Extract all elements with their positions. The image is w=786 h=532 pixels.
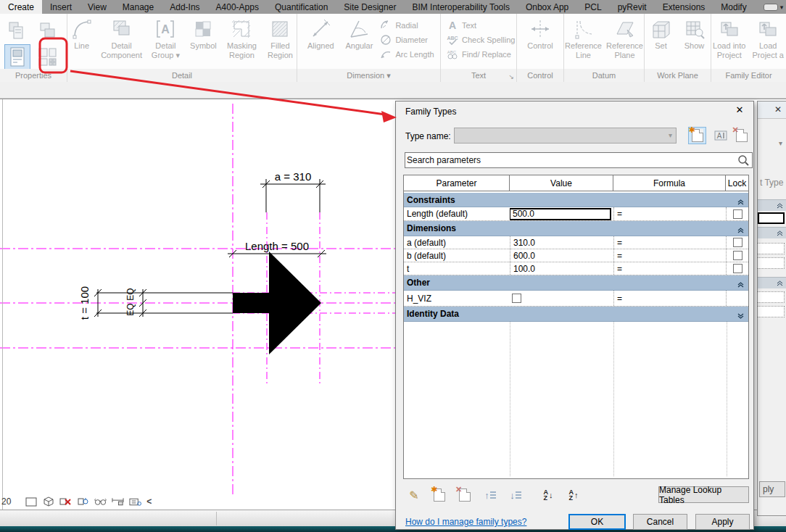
sort-descending-button[interactable]: AZ↑ <box>566 487 582 503</box>
param-row-b[interactable]: b (default) 600.0 = <box>404 249 748 262</box>
cancel-button[interactable]: Cancel <box>633 514 687 530</box>
scale-button[interactable] <box>25 496 37 507</box>
rename-type-button[interactable]: A <box>711 127 729 144</box>
param-row-t[interactable]: t 100.0 = <box>404 262 748 275</box>
tab-extensions[interactable]: Extensions <box>655 0 713 14</box>
lock-checkbox[interactable] <box>733 238 742 247</box>
palette-group-row[interactable] <box>758 277 786 288</box>
chevron-up-icon[interactable] <box>737 225 744 236</box>
param-row-a[interactable]: a (default) 310.0 = <box>404 236 748 249</box>
search-icon[interactable] <box>737 154 750 167</box>
reveal-hidden-elements-button[interactable] <box>94 496 107 507</box>
reference-plane-button[interactable]: Reference Plane <box>605 17 644 59</box>
set-work-plane-button[interactable]: Set <box>646 17 677 51</box>
sort-ascending-button[interactable]: AZ↓ <box>540 487 556 503</box>
tab-view[interactable]: View <box>80 0 115 14</box>
search-input[interactable] <box>407 154 733 167</box>
tab-bim-interoperability-tools[interactable]: BIM Interoperability Tools <box>404 0 518 14</box>
palette-value-box[interactable] <box>758 243 785 254</box>
edit-parameter-button[interactable]: ✎ <box>406 487 422 503</box>
tab-quantification[interactable]: Quantification <box>267 0 336 14</box>
tab-a400-apps[interactable]: A400-Apps <box>208 0 267 14</box>
length-value-input[interactable]: 500.0 <box>510 208 611 220</box>
view-scale-label[interactable]: 20 <box>1 496 11 507</box>
viewbar-collapse-chevron[interactable]: < <box>146 496 152 507</box>
manage-lookup-tables-button[interactable]: Manage Lookup Tables <box>658 486 749 503</box>
group-row-other[interactable]: Other <box>404 275 748 291</box>
move-parameter-up-button[interactable]: ↑ <box>482 487 498 503</box>
lock-checkbox[interactable] <box>733 251 742 260</box>
param-formula[interactable]: = <box>613 236 726 249</box>
palette-value-box[interactable] <box>758 291 785 303</box>
dialog-title-bar[interactable]: Family Types <box>396 101 753 121</box>
tab-site-designer[interactable]: Site Designer <box>336 0 404 14</box>
load-into-project-button[interactable]: Load into Project <box>711 17 748 59</box>
detail-group-button[interactable]: A Detail Group ▾ <box>147 17 184 59</box>
apply-button[interactable]: Apply <box>695 514 750 530</box>
dimension-eq[interactable]: EQ EQ <box>125 288 146 317</box>
control-button[interactable]: Control <box>521 17 560 51</box>
group-row-dimensions[interactable]: Dimensions <box>404 221 748 236</box>
find-replace-button[interactable]: ABC Find/ Replace <box>447 49 515 60</box>
lock-checkbox[interactable] <box>733 209 742 219</box>
close-icon[interactable]: ✕ <box>732 104 748 117</box>
param-row-length[interactable]: Length (default) 500.0 = <box>404 207 748 221</box>
visual-style-button[interactable] <box>42 496 54 507</box>
delete-type-button[interactable]: ✕ <box>732 127 750 144</box>
aligned-dimension-button[interactable]: Aligned <box>303 17 338 51</box>
angular-dimension-button[interactable]: Angular <box>341 17 377 51</box>
filled-region-button[interactable]: Filled Region <box>264 17 297 59</box>
text-dialog-launcher-icon[interactable]: ↘ <box>508 73 514 80</box>
help-link[interactable]: How do I manage family types? <box>405 517 526 527</box>
tab-pcl[interactable]: PCL <box>576 0 609 14</box>
text-button[interactable]: A Text <box>447 20 515 31</box>
chevron-down-icon[interactable]: ▾ <box>779 139 782 147</box>
chevron-up-icon[interactable] <box>737 280 744 290</box>
tab-manage[interactable]: Manage <box>115 0 162 14</box>
tab-insert[interactable]: Insert <box>42 0 80 14</box>
properties-toggle-button[interactable] <box>4 44 30 70</box>
family-category-button[interactable] <box>35 17 61 43</box>
detail-component-button[interactable]: Detail Component <box>99 17 144 59</box>
column-header-lock[interactable]: Lock <box>726 175 748 191</box>
param-formula[interactable]: = <box>613 207 726 220</box>
lock-checkbox[interactable] <box>733 264 742 273</box>
tab-add-ins[interactable]: Add-Ins <box>162 0 207 14</box>
new-type-button[interactable]: ✱ <box>688 127 706 144</box>
dimension-a[interactable]: a = 310 <box>260 170 326 212</box>
tab-create[interactable]: Create <box>0 0 42 14</box>
new-parameter-button[interactable]: ✱ <box>431 487 447 503</box>
param-formula[interactable]: = <box>613 262 726 275</box>
panel-label-dimension[interactable]: Dimension▾ <box>297 69 440 82</box>
tab-modify[interactable]: Modify <box>713 0 754 14</box>
ribbon-display-toggle-button[interactable]: ▾ <box>759 0 786 14</box>
family-types-button[interactable] <box>35 44 61 70</box>
line-button[interactable]: Line <box>67 17 96 51</box>
type-name-combo[interactable]: ▾ <box>454 128 677 144</box>
tab-onbox-app[interactable]: Onbox App <box>518 0 576 14</box>
edit-type-label-fragment[interactable]: t Type <box>760 178 783 188</box>
chevron-up-icon[interactable] <box>737 197 744 207</box>
search-parameters-box[interactable] <box>405 152 753 168</box>
reference-line-button[interactable]: Reference Line <box>564 17 603 59</box>
chevron-down-icon[interactable] <box>737 311 744 321</box>
param-value[interactable]: 310.0 <box>510 236 613 249</box>
symbol-button[interactable]: Symbol <box>187 17 220 51</box>
reference-plane-lines[interactable] <box>0 104 406 494</box>
palette-value-box[interactable] <box>758 306 785 317</box>
h-viz-checkbox[interactable] <box>512 294 521 303</box>
properties-palette-icon-button[interactable] <box>4 17 30 43</box>
column-header-value[interactable]: Value <box>510 175 613 191</box>
param-value[interactable]: 100.0 <box>510 262 613 275</box>
column-header-formula[interactable]: Formula <box>613 175 726 191</box>
palette-group-row[interactable] <box>758 199 786 211</box>
delete-parameter-button[interactable]: ✕ <box>457 487 473 503</box>
column-header-parameter[interactable]: Parameter <box>404 175 510 191</box>
reveal-constraints-button[interactable] <box>112 496 124 507</box>
check-spelling-button[interactable]: ABC Check Spelling <box>447 34 515 46</box>
show-work-plane-button[interactable]: Show <box>679 17 710 51</box>
radial-dimension-button[interactable]: Radial <box>380 20 434 31</box>
param-formula[interactable]: = <box>613 291 726 306</box>
close-icon[interactable]: ✕ <box>774 104 782 115</box>
shadows-button[interactable] <box>77 496 89 507</box>
